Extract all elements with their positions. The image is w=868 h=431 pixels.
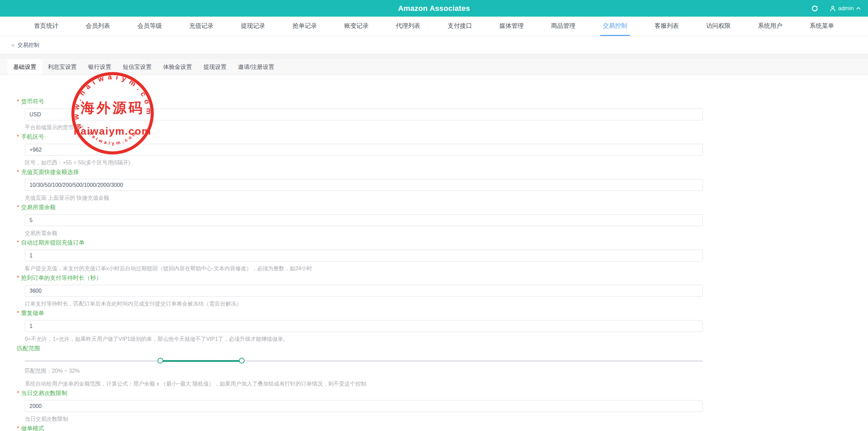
nav-item[interactable]: 抢单记录 [290,17,320,36]
settings-tab[interactable]: 短信宝设置 [117,59,157,75]
field-input[interactable] [25,109,703,120]
field-help: 区号，如巴西：+55 = 55(多个区号用|5隔开) [25,159,868,166]
user-menu[interactable]: admin [830,5,861,12]
field-label: 匹配范围 [17,345,40,352]
form-field: *自动过期并驳回充值订单客户提交充值，未支付的充值订单x小时后自动过期驳回（驳回… [0,239,868,272]
settings-form: *货币符号平台前端显示的货币符号*手机区号区号，如巴西：+55 = 55(多个区… [0,75,868,431]
settings-tab[interactable]: 体验金设置 [157,59,198,75]
field-label-row: *充值页面快捷金额选择 [17,169,868,176]
settings-tabs: 基础设置利息宝设置银行设置短信宝设置体验金设置提现设置邀请/注册设置 [0,59,868,75]
field-help: 客户提交充值，未支付的充值订单x小时后自动过期驳回（驳回内容在帮助中心-文本内容… [25,265,868,272]
form-field: *抢到订单的支付等待时长（秒）订单支付等待时长，匹配订单后未在此时间内完成支付提… [0,274,868,308]
person-icon [830,5,836,12]
field-input[interactable] [25,285,703,297]
required-asterisk: * [17,134,19,140]
form-field: *当日交易次数限制当日交易次数限制 [0,390,868,423]
required-asterisk: * [17,275,19,281]
admin-page: Amazon Associates admin 首页统计会员列表会员等级 [0,0,868,431]
form-field: *手机区号区号，如巴西：+55 = 55(多个区号用|5隔开) [0,133,868,166]
app-title: Amazon Associates [0,0,868,17]
settings-tab[interactable]: 利息宝设置 [42,59,82,75]
field-label-row: *手机区号 [17,133,868,141]
required-asterisk: * [17,426,19,431]
nav-item[interactable]: 客服列表 [652,17,682,36]
field-input[interactable] [25,400,703,412]
slider-handle-min[interactable] [158,358,163,364]
field-input[interactable] [25,214,703,226]
breadcrumb-chevron-icon: » [11,42,14,48]
field-input[interactable] [25,179,703,191]
required-asterisk: * [17,204,19,210]
field-label: 充值页面快捷金额选择 [21,169,79,175]
field-help: 平台前端显示的货币符号 [25,124,868,131]
main-nav: 首页统计会员列表会员等级充值记录提现记录抢单记录账变记录代理列表支付接口媒体管理… [0,17,868,36]
required-asterisk: * [17,390,19,396]
field-label-row: *交易所需余额 [17,204,868,211]
field-input[interactable] [25,320,703,332]
field-help: 充值页面 上面显示的 快捷充值金额 [25,194,868,202]
nav-item[interactable]: 交易控制 [600,17,630,36]
field-label: 手机区号 [21,134,44,140]
username: admin [838,5,854,12]
nav-item[interactable]: 访问权限 [704,17,733,36]
field-label: 重复做单 [21,310,44,316]
field-label-row: *货币符号 [17,98,868,105]
settings-tab[interactable]: 提现设置 [198,59,232,75]
breadcrumb: » 交易控制 [0,36,868,54]
range-slider[interactable] [25,358,703,364]
nav-item[interactable]: 系统菜单 [807,17,837,36]
nav-item[interactable]: 媒体管理 [497,17,527,36]
page-gap [0,54,868,59]
settings-tab[interactable]: 银行设置 [82,59,117,75]
top-header: Amazon Associates admin [0,0,868,17]
required-asterisk: * [17,310,19,316]
slider-active-range [160,360,242,362]
nav-item[interactable]: 商品管理 [548,17,578,36]
field-label: 当日交易次数限制 [21,390,67,396]
form-field: *货币符号平台前端显示的货币符号 [0,98,868,131]
field-label-row: *抢到订单的支付等待时长（秒） [17,274,868,282]
nav-item[interactable]: 首页统计 [31,17,61,36]
chevron-up-icon [856,7,861,10]
required-asterisk: * [17,240,19,246]
field-input[interactable] [25,144,703,156]
settings-tab[interactable]: 邀请/注册设置 [232,59,280,75]
field-label: 自动过期并驳回充值订单 [21,239,84,246]
content-card: 基础设置利息宝设置银行设置短信宝设置体验金设置提现设置邀请/注册设置 *货币符号… [0,59,868,431]
form-field: *充值页面快捷金额选择充值页面 上面显示的 快捷充值金额 [0,169,868,202]
settings-tab[interactable]: 基础设置 [7,59,42,75]
field-help: 当日交易次数限制 [25,415,868,423]
field-help: 匹配范围：20% ~ 32% [25,367,868,375]
nav-item[interactable]: 账变记录 [341,17,371,36]
required-asterisk: * [17,99,19,104]
form-field: 匹配范围匹配范围：20% ~ 32%系统自动给用户派单的金额范围，计算公式：用户… [0,345,868,388]
nav-item[interactable]: 系统用户 [755,17,785,36]
form-field: *重复做单0=不允许，1=允许，如果昨天用户做了VIP1级别的单，那么他今天就做… [0,310,868,343]
slider-handle-max[interactable] [239,358,245,364]
refresh-icon [811,5,818,12]
form-field: *交易所需余额交易所需余额 [0,204,868,237]
field-help: 0=不允许，1=允许，如果昨天用户做了VIP1级别的单，那么他今天就做不了VIP… [25,335,868,343]
field-label-row: 匹配范围 [17,345,868,352]
nav-item[interactable]: 会员等级 [135,17,164,36]
field-input[interactable] [25,250,703,261]
refresh-button[interactable] [811,5,818,12]
nav-item[interactable]: 代理列表 [393,17,423,36]
field-help-secondary: 系统自动给用户派单的金额范围，计算公式：用户余额 x （最小~最大 随机值），如… [25,380,868,388]
breadcrumb-label: 交易控制 [17,42,39,49]
nav-item[interactable]: 支付接口 [445,17,475,36]
slider-track[interactable] [25,360,703,362]
field-label: 货币符号 [21,98,44,105]
field-label-row: *当日交易次数限制 [17,390,868,397]
nav-item[interactable]: 提现记录 [238,17,268,36]
field-help: 交易所需余额 [25,230,868,237]
field-label: 抢到订单的支付等待时长（秒） [21,275,102,281]
field-label: 交易所需余额 [21,204,56,211]
field-label-row: *重复做单 [17,310,868,317]
field-help: 订单支付等待时长，匹配订单后未在此时间内完成支付提交订单将会被冻结（需后台解冻） [25,300,868,308]
field-label: 做单模式 [21,425,44,431]
required-asterisk: * [17,169,19,175]
nav-item[interactable]: 会员列表 [83,17,113,36]
nav-item[interactable]: 充值记录 [186,17,216,36]
field-label-row: *自动过期并驳回充值订单 [17,239,868,247]
